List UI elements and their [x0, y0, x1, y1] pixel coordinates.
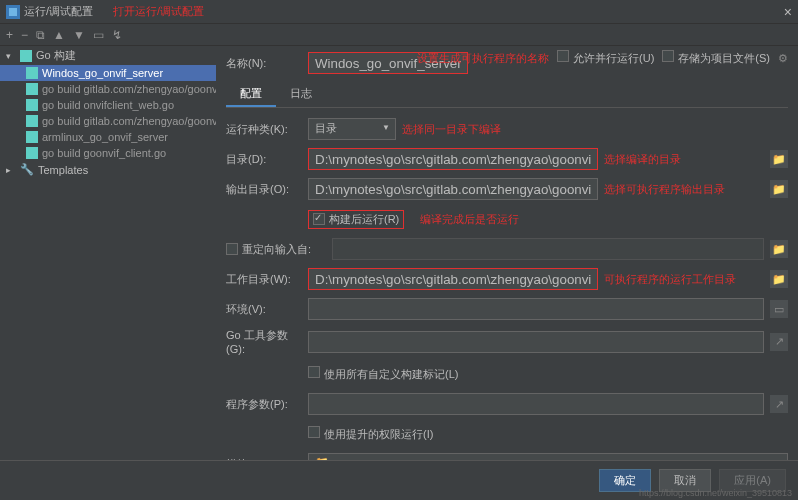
output-dir-label: 输出目录(O): — [226, 182, 302, 197]
tree-group-label: Templates — [38, 164, 88, 176]
svg-rect-8 — [26, 147, 38, 159]
tree-item-label: Windos_go_onvif_server — [42, 67, 163, 79]
run-after-annotation: 编译完成后是否运行 — [420, 212, 519, 227]
toolbar: + − ⧉ ▲ ▼ ▭ ↯ — [0, 24, 798, 46]
browse-icon[interactable]: 📁 — [770, 150, 788, 168]
tree-group-go-build[interactable]: ▾ Go 构建 — [0, 46, 216, 65]
chevron-down-icon: ▾ — [6, 51, 16, 61]
redirect-field — [332, 238, 764, 260]
run-kind-select[interactable]: 目录 — [308, 118, 396, 140]
tree-item[interactable]: go build goonvif_client.go — [0, 145, 216, 161]
watermark: https://blog.csdn.net/weixin_39510813 — [639, 488, 792, 498]
header-right-options: 设置生成可执行程序的名称 允许并行运行(U) 存储为项目文件(S) ⚙ — [417, 50, 788, 66]
sidebar: ▾ Go 构建 Windos_go_onvif_server go build … — [0, 46, 216, 476]
allow-parallel-label: 允许并行运行(U) — [573, 52, 654, 64]
run-kind-label: 运行种类(K): — [226, 122, 302, 137]
store-project-label: 存储为项目文件(S) — [678, 52, 770, 64]
go-tool-args-label: Go 工具参数(G): — [226, 328, 302, 355]
expand-icon[interactable]: ↗ — [770, 333, 788, 351]
window-title: 运行/调试配置 — [24, 4, 93, 19]
tree-group-templates[interactable]: ▸ 🔧 Templates — [0, 161, 216, 178]
svg-rect-2 — [20, 50, 32, 62]
workdir-annotation: 可执行程序的运行工作目录 — [604, 272, 736, 287]
tree-group-label: Go 构建 — [36, 48, 76, 63]
browse-icon[interactable]: 📁 — [770, 270, 788, 288]
redirect-input-option[interactable]: 重定向输入自: — [226, 242, 326, 257]
go-build-icon — [20, 50, 32, 62]
run-after-build-label: 构建后运行(R) — [329, 212, 399, 227]
env-label: 环境(V): — [226, 302, 302, 317]
tree-item-label: armlinux_go_onvif_server — [42, 131, 168, 143]
run-kind-value: 目录 — [315, 122, 337, 134]
tree-item[interactable]: go build gitlab.com/zhengyao/goonvif/cmd — [0, 113, 216, 129]
tree-item[interactable]: go build onvifclient_web.go — [0, 97, 216, 113]
tabs: 配置 日志 — [226, 82, 788, 108]
go-tool-args-field[interactable] — [308, 331, 764, 353]
workdir-field[interactable] — [308, 268, 598, 290]
svg-rect-7 — [26, 131, 38, 143]
use-elevated-option[interactable]: 使用提升的权限运行(I) — [308, 426, 433, 442]
name-annotation: 设置生成可执行程序的名称 — [417, 51, 549, 66]
directory-field[interactable] — [308, 148, 598, 170]
tab-log[interactable]: 日志 — [276, 82, 326, 107]
svg-rect-6 — [26, 115, 38, 127]
run-after-build-option[interactable]: 构建后运行(R) — [308, 210, 404, 229]
expand-icon[interactable]: ↗ — [770, 395, 788, 413]
browse-icon[interactable]: 📁 — [770, 180, 788, 198]
tree-item-label: go build onvifclient_web.go — [42, 99, 174, 111]
directory-label: 目录(D): — [226, 152, 302, 167]
name-label: 名称(N): — [226, 56, 302, 71]
tree-item-label: go build gitlab.com/zhengyao/goonvif/web — [42, 83, 216, 95]
workdir-label: 工作目录(W): — [226, 272, 302, 287]
up-icon[interactable]: ▲ — [53, 28, 65, 42]
copy-icon[interactable]: ⧉ — [36, 28, 45, 42]
browse-icon[interactable]: ▭ — [770, 300, 788, 318]
gear-icon[interactable]: ⚙ — [778, 52, 788, 65]
svg-rect-1 — [9, 8, 17, 16]
chevron-right-icon: ▸ — [6, 165, 16, 175]
program-args-label: 程序参数(P): — [226, 397, 302, 412]
use-all-custom-label: 使用所有自定义构建标记(L) — [324, 368, 458, 380]
folder-icon[interactable]: ▭ — [93, 28, 104, 42]
checkbox-icon — [557, 50, 569, 62]
title-annotation: 打开运行/调试配置 — [113, 4, 204, 19]
svg-rect-5 — [26, 99, 38, 111]
svg-rect-4 — [26, 83, 38, 95]
output-dir-field[interactable] — [308, 178, 598, 200]
tree-item[interactable]: armlinux_go_onvif_server — [0, 129, 216, 145]
checkbox-icon — [308, 366, 320, 378]
titlebar: 运行/调试配置 打开运行/调试配置 × — [0, 0, 798, 24]
tree-item-label: go build gitlab.com/zhengyao/goonvif/cmd — [42, 115, 216, 127]
directory-annotation: 选择编译的目录 — [604, 152, 681, 167]
down-icon[interactable]: ▼ — [73, 28, 85, 42]
run-kind-annotation: 选择同一目录下编译 — [402, 122, 501, 137]
use-elevated-label: 使用提升的权限运行(I) — [324, 428, 433, 440]
tree-item[interactable]: go build gitlab.com/zhengyao/goonvif/web — [0, 81, 216, 97]
output-dir-annotation: 选择可执行程序输出目录 — [604, 182, 725, 197]
wrench-icon[interactable]: ↯ — [112, 28, 122, 42]
program-args-field[interactable] — [308, 393, 764, 415]
checkbox-icon — [662, 50, 674, 62]
tree-item-label: go build goonvif_client.go — [42, 147, 166, 159]
checkbox-icon — [313, 213, 325, 225]
content-panel: 设置生成可执行程序的名称 允许并行运行(U) 存储为项目文件(S) ⚙ 名称(N… — [216, 46, 798, 476]
redirect-label: 重定向输入自: — [242, 242, 311, 257]
checkbox-icon — [226, 243, 238, 255]
remove-icon[interactable]: − — [21, 28, 28, 42]
app-icon — [6, 5, 20, 19]
svg-rect-3 — [26, 67, 38, 79]
tab-config[interactable]: 配置 — [226, 82, 276, 107]
allow-parallel-option[interactable]: 允许并行运行(U) — [557, 50, 654, 66]
browse-icon[interactable]: 📁 — [770, 240, 788, 258]
close-icon[interactable]: × — [784, 4, 792, 20]
store-project-option[interactable]: 存储为项目文件(S) — [662, 50, 770, 66]
add-icon[interactable]: + — [6, 28, 13, 42]
checkbox-icon — [308, 426, 320, 438]
tree-item-windos-server[interactable]: Windos_go_onvif_server — [0, 65, 216, 81]
use-all-custom-option[interactable]: 使用所有自定义构建标记(L) — [308, 366, 458, 382]
env-field[interactable] — [308, 298, 764, 320]
wrench-icon: 🔧 — [20, 163, 34, 176]
